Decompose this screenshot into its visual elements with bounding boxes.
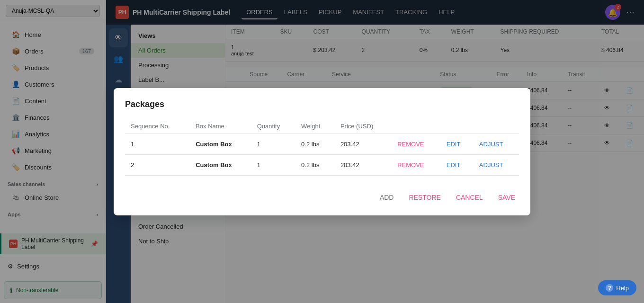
pkg-col-adjust: [474, 119, 519, 134]
pkg-quantity: 1: [251, 134, 295, 154]
package-row: 2 Custom Box 1 0.2 lbs 203.42 REMOVE EDI…: [125, 154, 519, 175]
pkg-weight: 0.2 lbs: [295, 134, 335, 154]
adjust-button[interactable]: ADJUST: [479, 141, 503, 148]
pkg-remove-cell: REMOVE: [392, 154, 441, 175]
remove-button[interactable]: REMOVE: [397, 161, 424, 169]
pkg-col-remove: [392, 119, 441, 134]
pkg-col-edit: [441, 119, 474, 134]
pkg-col-seq: Sequence No.: [125, 119, 190, 134]
pkg-adjust-cell: ADJUST: [474, 154, 519, 175]
restore-button[interactable]: RESTORE: [405, 191, 444, 204]
pkg-col-weight: Weight: [295, 119, 335, 134]
adjust-button[interactable]: ADJUST: [479, 161, 503, 169]
pkg-box-name: Custom Box: [190, 134, 251, 154]
pkg-edit-cell: EDIT: [441, 154, 474, 175]
pkg-seq: 1: [125, 134, 190, 154]
modal-overlay[interactable]: Packages Sequence No. Box Name Quantity …: [0, 0, 644, 303]
pkg-quantity: 1: [251, 154, 295, 175]
help-icon: ?: [606, 284, 613, 292]
edit-button[interactable]: EDIT: [447, 141, 461, 148]
pkg-adjust-cell: ADJUST: [474, 134, 519, 154]
pkg-box-name: Custom Box: [190, 154, 251, 175]
modal-title: Packages: [125, 99, 519, 109]
pkg-col-price: Price (USD): [335, 119, 392, 134]
pkg-price: 203.42: [335, 134, 392, 154]
pkg-seq: 2: [125, 154, 190, 175]
pkg-remove-cell: REMOVE: [392, 134, 441, 154]
remove-button[interactable]: REMOVE: [397, 141, 424, 148]
pkg-edit-cell: EDIT: [441, 134, 474, 154]
cancel-button[interactable]: CANCEL: [452, 191, 487, 204]
pkg-col-qty: Quantity: [251, 119, 295, 134]
packages-modal: Packages Sequence No. Box Name Quantity …: [114, 88, 530, 215]
pkg-col-box: Box Name: [190, 119, 251, 134]
package-row: 1 Custom Box 1 0.2 lbs 203.42 REMOVE EDI…: [125, 134, 519, 154]
add-button[interactable]: ADD: [376, 191, 398, 204]
pkg-weight: 0.2 lbs: [295, 154, 335, 175]
pkg-price: 203.42: [335, 154, 392, 175]
modal-actions: ADD RESTORE CANCEL SAVE: [125, 185, 519, 204]
help-label: Help: [616, 285, 629, 292]
save-button[interactable]: SAVE: [494, 191, 519, 204]
edit-button[interactable]: EDIT: [447, 161, 461, 169]
help-button[interactable]: ? Help: [598, 280, 636, 295]
packages-table: Sequence No. Box Name Quantity Weight Pr…: [125, 119, 519, 176]
